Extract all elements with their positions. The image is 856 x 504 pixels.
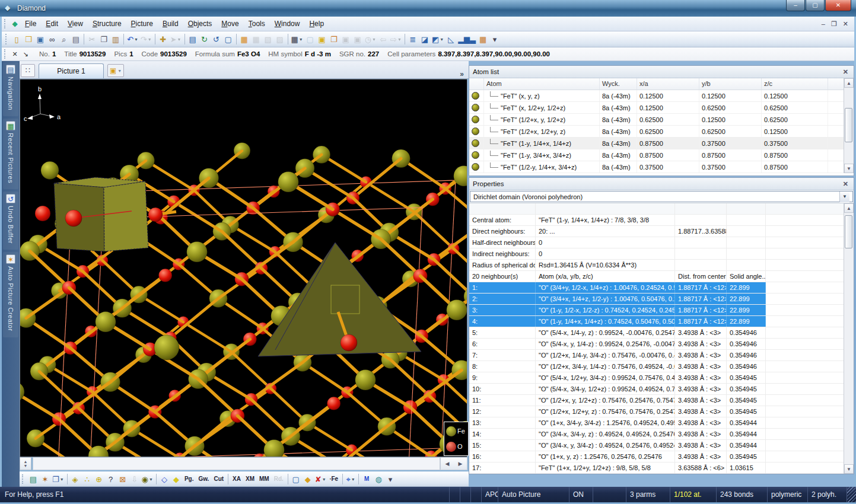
cut-button[interactable]: Cut: [211, 473, 226, 486]
copy-picture-icon[interactable]: ❐: [328, 33, 340, 46]
undo-icon[interactable]: ↶▼: [126, 33, 139, 46]
property-row[interactable]: 20 neighbour(s)Atom (x/a, y/b, z/c)Dist.…: [469, 271, 854, 282]
scroll-up-icon[interactable]: ▲: [844, 78, 854, 88]
menu-item-picture[interactable]: Picture: [126, 18, 158, 30]
scroll-left-icon[interactable]: ◀: [445, 461, 450, 467]
unknown-atom-icon[interactable]: ?: [105, 473, 117, 486]
xm-button[interactable]: XM: [243, 473, 257, 486]
atom-list-row[interactable]: "FeT" (1/2+x, 1/2+y, z)8a (-43m)0.625000…: [469, 126, 854, 138]
print-preview-icon[interactable]: ⌕: [58, 33, 70, 46]
scrollbar-thumb[interactable]: [845, 215, 852, 248]
view-axes-icon[interactable]: ◆: [302, 473, 314, 486]
print-icon[interactable]: ▤: [70, 33, 82, 46]
spin-up-icon[interactable]: ▲: [24, 460, 28, 464]
destroy-icon[interactable]: ✘▼: [314, 473, 327, 486]
render-icon[interactable]: ◍: [373, 473, 384, 486]
properties-mode-dropdown[interactable]: Dirichlet domain (Voronoi polyhedron)▼: [469, 190, 854, 203]
menu-item-structure[interactable]: Structure: [88, 18, 126, 30]
property-row[interactable]: Central atom:"FeT" (1-y, 1/4+x, 1/4+z) :…: [469, 215, 854, 226]
menu-item-help[interactable]: Help: [304, 18, 329, 30]
structure-viewport[interactable]: bac FeO: [20, 79, 467, 457]
split-view-alt-icon[interactable]: ◩▼: [431, 33, 445, 46]
close-icon[interactable]: ✕: [841, 68, 850, 76]
polyhedra-outline-icon[interactable]: ◇: [158, 473, 170, 486]
toolbar-overflow-icon[interactable]: ▾: [489, 33, 501, 46]
property-row[interactable]: Half-direct neighbours:0: [469, 237, 854, 248]
menu-item-file[interactable]: File: [20, 18, 41, 30]
scrollbar-thumb[interactable]: [845, 108, 852, 142]
mdi-restore-icon[interactable]: ❐: [831, 20, 837, 28]
mdi-minimize-icon[interactable]: ‒: [822, 20, 825, 28]
growth-button[interactable]: Gw.: [196, 473, 211, 486]
menu-item-tools[interactable]: Tools: [244, 18, 270, 30]
build-net-icon[interactable]: ⊠: [117, 473, 129, 486]
move-tool-icon[interactable]: ⌖▼: [345, 473, 357, 486]
sidebar-tab-auto-picture-creator[interactable]: ✶Auto Picture Creator: [3, 252, 18, 337]
close-icon[interactable]: ✕: [841, 180, 850, 188]
horizontal-scrollbar[interactable]: [33, 457, 440, 470]
neighbor-row[interactable]: 6:"O" (5/4-x, y, 1/4-z) : 0.99524, 0.254…: [469, 339, 854, 350]
title-bar[interactable]: ◆ Diamond ‒ ▢ ✕: [0, 0, 856, 17]
atom-list-row[interactable]: "FeT" (x, 1/2+y, 1/2+z)8a (-43m)0.125000…: [469, 102, 854, 114]
menu-item-view[interactable]: View: [63, 18, 88, 30]
mdi-close-icon[interactable]: ✕: [843, 20, 848, 28]
sidebar-tab-undo-buffer[interactable]: ↺Undo Buffer: [3, 192, 18, 250]
edit-form-icon[interactable]: ▤: [27, 473, 39, 486]
atom-list-row[interactable]: "FeT" (1-y, 3/4+x, 3/4+z)8a (-43m)0.8750…: [469, 149, 854, 161]
neighbor-row[interactable]: 11:"O" (1/2+x, y, 1/2+z) : 0.75476, 0.25…: [469, 395, 854, 406]
menu-item-move[interactable]: Move: [217, 18, 243, 30]
coordination-sphere-icon[interactable]: ◉▼: [141, 473, 154, 486]
new-document-icon[interactable]: ▯: [11, 33, 23, 46]
picture-wizard-icon[interactable]: ❐▼: [51, 473, 65, 486]
column-header-atom[interactable]: Atom: [484, 78, 600, 90]
neighbor-row[interactable]: 14:"O" (3/4-x, 3/4-y, z) : 0.49524, 0.49…: [469, 429, 854, 440]
close-button[interactable]: ✕: [825, 0, 851, 11]
properties-scrollbar[interactable]: ▲▼: [844, 203, 854, 474]
neighbor-row[interactable]: 4:"O" (1-y, 1/4+x, 1/4+z) : 0.74524, 0.5…: [469, 316, 854, 327]
menu-item-objects[interactable]: Objects: [183, 18, 217, 30]
neighbor-row[interactable]: 7:"O" (1/2+x, 1/4-y, 3/4-z) : 0.75476, -…: [469, 350, 854, 361]
datasheet-icon[interactable]: ▦: [477, 33, 489, 46]
atom-list-scrollbar[interactable]: ▲▼: [844, 78, 854, 173]
pan-hand-icon[interactable]: ✚: [157, 33, 169, 46]
xa-button[interactable]: XA: [230, 473, 243, 486]
toolbar-grip[interactable]: [22, 474, 25, 484]
tab-overflow-chevron[interactable]: »: [460, 70, 464, 78]
blank-window-icon[interactable]: ▢: [222, 33, 234, 46]
unit-cell-icon[interactable]: ◈: [69, 473, 81, 486]
save-icon[interactable]: ▣: [34, 33, 46, 46]
toolbar-grip[interactable]: [4, 49, 7, 58]
detach-icon[interactable]: ✕: [9, 50, 20, 58]
neighbor-row[interactable]: 16:"O" (1+x, y, z) : 1.25476, 0.25476, 0…: [469, 451, 854, 462]
menu-item-build[interactable]: Build: [158, 18, 183, 30]
open-folder-icon[interactable]: ❒: [23, 33, 34, 46]
sidebar-tab-recent-pictures[interactable]: ▦Recent Pictures: [3, 119, 18, 189]
new-picture-icon[interactable]: ▣: [316, 33, 328, 46]
scroll-right-icon[interactable]: ▶: [459, 461, 463, 467]
polyhedra-filled-icon[interactable]: ◆: [170, 473, 182, 486]
tab-picture-1[interactable]: Picture 1: [39, 63, 104, 78]
neighbor-row[interactable]: 13:"O" (1+x, 3/4-y, 3/4-z) : 1.25476, 0.…: [469, 417, 854, 429]
tree-view-icon[interactable]: ▤: [187, 33, 199, 46]
chevron-down-icon[interactable]: ▼: [839, 192, 849, 202]
atom-list-row[interactable]: "FeT" (1/2-y, 1/4+x, 3/4+z)8a (-43m)0.37…: [469, 161, 854, 173]
column-header-zc[interactable]: z/c: [762, 78, 828, 90]
menu-item-window[interactable]: Window: [270, 18, 305, 30]
neighbor-row[interactable]: 5:"O" (5/4-x, 1/4-y, z) : 0.99524, -0.00…: [469, 327, 854, 339]
copy-icon[interactable]: ❐: [98, 33, 110, 46]
sidebar-tab-navigation[interactable]: ▤Navigation: [3, 62, 18, 116]
mm-button[interactable]: MM: [257, 473, 272, 486]
find-binoculars-icon[interactable]: ∞: [46, 33, 58, 46]
property-row[interactable]: Radius of spherical do...Rsd=1.36415 Å (…: [469, 260, 854, 271]
resize-grip[interactable]: [847, 487, 856, 502]
column-header-wyck[interactable]: Wyck.: [600, 78, 637, 90]
neighbor-row[interactable]: 12:"O" (1/2+x, 1/2+y, z) : 0.75476, 0.75…: [469, 406, 854, 417]
dropdown-value[interactable]: Dirichlet domain (Voronoi polyhedron)▼: [470, 191, 853, 202]
maximize-button[interactable]: ▢: [806, 0, 825, 11]
neighbor-row[interactable]: 2:"O" (3/4+x, 1/4+z, 1/2-y) : 1.00476, 0…: [469, 294, 854, 305]
column-header-xa[interactable]: x/a: [637, 78, 699, 90]
scroll-down-icon[interactable]: ▼: [844, 164, 854, 173]
scroll-down-icon[interactable]: ▼: [844, 464, 854, 474]
neighbor-row[interactable]: 3:"O" (1-y, 1/2-x, 1/2-z) : 0.74524, 0.2…: [469, 305, 854, 316]
zoom-spinner[interactable]: ▲▼: [20, 457, 31, 470]
